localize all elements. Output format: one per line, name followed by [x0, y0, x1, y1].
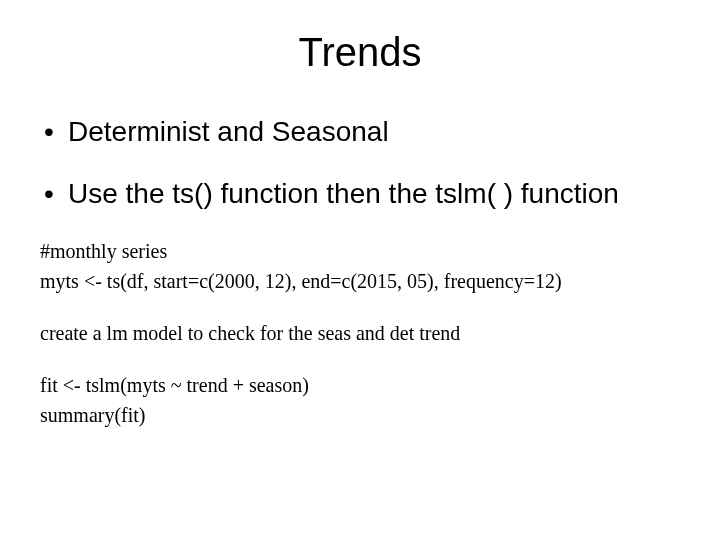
slide: Trends Determinist and Seasonal Use the …	[0, 0, 720, 540]
page-title: Trends	[40, 30, 680, 75]
code-line: create a lm model to check for the seas …	[40, 320, 680, 346]
code-line: summary(fit)	[40, 402, 680, 428]
bullet-list: Determinist and Seasonal Use the ts() fu…	[40, 115, 680, 210]
body-text: #monthly series myts <- ts(df, start=c(2…	[40, 238, 680, 428]
bullet-item: Use the ts() function then the tslm( ) f…	[40, 177, 680, 211]
code-line: myts <- ts(df, start=c(2000, 12), end=c(…	[40, 268, 680, 294]
bullet-item: Determinist and Seasonal	[40, 115, 680, 149]
code-line: fit <- tslm(myts ~ trend + season)	[40, 372, 680, 398]
code-line: #monthly series	[40, 238, 680, 264]
